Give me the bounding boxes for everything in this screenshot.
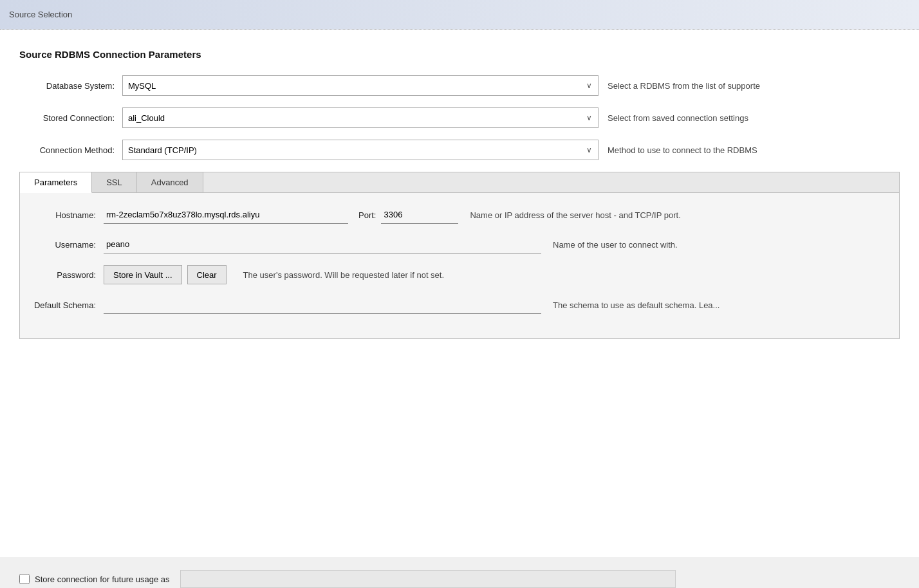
tab-parameters[interactable]: Parameters [20,172,92,193]
tabs-container: Parameters SSL Advanced Hostname: Port: … [19,172,900,339]
default-schema-hint: The schema to use as default schema. Lea… [553,300,719,310]
store-name-input[interactable] [180,570,676,588]
connection-method-control: Standard (TCP/IP) Standard TCP/IP over S… [122,140,599,160]
stored-connection-control: ali_Clould localhost remote [122,107,599,128]
store-connection-row: Store connection for future usage as [19,570,900,588]
tab-ssl[interactable]: SSL [92,172,137,192]
default-schema-label: Default Schema: [26,300,104,310]
default-schema-input[interactable] [104,296,541,314]
database-system-control: MySQL PostgreSQL Oracle SQL Server SQLit… [122,75,599,96]
tab-content-parameters: Hostname: Port: Name or IP address of th… [20,193,899,338]
stored-connection-select-wrapper: ali_Clould localhost remote [122,107,599,128]
stored-connection-label: Stored Connection: [19,113,122,123]
connection-method-row: Connection Method: Standard (TCP/IP) Sta… [19,140,900,160]
connection-method-hint: Method to use to connect to the RDBMS [608,145,757,155]
store-in-vault-button[interactable]: Store in Vault ... [104,265,182,284]
stored-connection-hint: Select from saved connection settings [608,113,748,123]
clear-password-button[interactable]: Clear [187,265,227,284]
tabs-header: Parameters SSL Advanced [20,172,899,193]
store-connection-checkbox[interactable] [19,574,30,584]
username-input[interactable] [104,235,541,253]
database-system-row: Database System: MySQL PostgreSQL Oracle… [19,75,900,96]
title-bar-label: Source Selection [9,10,72,19]
section-title: Source RDBMS Connection Parameters [19,49,900,60]
database-system-select[interactable]: MySQL PostgreSQL Oracle SQL Server SQLit… [122,75,599,96]
password-hint: The user's password. Will be requested l… [243,270,444,280]
username-hint: Name of the user to connect with. [553,240,678,250]
port-input[interactable] [381,206,458,224]
main-content: Source RDBMS Connection Parameters Datab… [0,30,919,557]
store-connection-label[interactable]: Store connection for future usage as [19,574,170,584]
stored-connection-row: Stored Connection: ali_Clould localhost … [19,107,900,128]
hostname-hint: Name or IP address of the server host - … [470,210,680,220]
bottom-section: Store connection for future usage as [0,557,919,588]
database-system-label: Database System: [19,81,122,91]
connection-method-label: Connection Method: [19,145,122,155]
password-label: Password: [26,270,104,280]
title-bar: Source Selection [0,0,919,30]
username-row: Username: Name of the user to connect wi… [26,235,886,253]
store-connection-text: Store connection for future usage as [35,574,170,584]
hostname-row: Hostname: Port: Name or IP address of th… [26,206,886,224]
port-label: Port: [358,210,376,220]
stored-connection-select[interactable]: ali_Clould localhost remote [122,107,599,128]
username-label: Username: [26,240,104,250]
default-schema-row: Default Schema: The schema to use as def… [26,296,886,314]
tab-advanced[interactable]: Advanced [137,172,203,192]
hostname-input[interactable] [104,206,348,224]
database-system-hint: Select a RDBMS from the list of supporte [608,81,760,91]
connection-method-select-wrapper: Standard (TCP/IP) Standard TCP/IP over S… [122,140,599,160]
connection-method-select[interactable]: Standard (TCP/IP) Standard TCP/IP over S… [122,140,599,160]
hostname-label: Hostname: [26,210,104,220]
password-row: Password: Store in Vault ... Clear The u… [26,265,886,284]
database-system-select-wrapper: MySQL PostgreSQL Oracle SQL Server SQLit… [122,75,599,96]
